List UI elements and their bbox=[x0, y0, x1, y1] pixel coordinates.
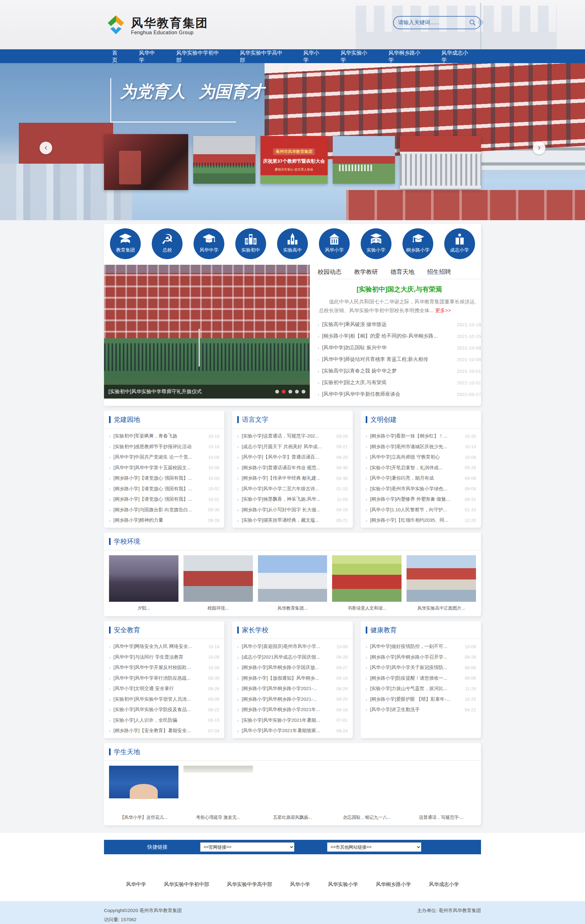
environment-photo-item[interactable]: 夕阳... bbox=[109, 555, 178, 611]
news-list-item[interactable]: ›[桐乡路小学]风华桐乡路小学国庆放...09-27 bbox=[237, 662, 347, 673]
news-list-item[interactable]: › [实验高中]乘风破浪 撷华致远 2021-10-18 bbox=[317, 319, 481, 330]
carousel-dot[interactable] bbox=[275, 390, 279, 394]
news-list-item[interactable]: ›[桐乡路小学]精神的力量09-28 bbox=[109, 515, 219, 526]
news-list-item[interactable]: ›[实验初中]军姿飒爽，青春飞扬10-10 bbox=[109, 431, 219, 442]
news-list-item[interactable]: ›[风华中学]风华中学第十五届校园文...10-08 bbox=[109, 463, 219, 473]
news-list-item[interactable]: ›[风华中学]网络安全为人民 网络安全...10-14 bbox=[109, 641, 219, 652]
nav-item[interactable]: 风华实验小学 bbox=[332, 50, 380, 64]
news-list-item[interactable]: ›[风华中学]风华中学开展反对校园欺...10-09 bbox=[109, 662, 219, 673]
school-icon-link[interactable]: 成志小学 bbox=[439, 228, 480, 259]
news-photo-carousel[interactable]: [实验初中]风华实验中学尊师守礼升旗仪式 bbox=[104, 265, 310, 399]
news-list-item[interactable]: ›[桐乡路小学]风华桐乡路小学2021-...08-25 bbox=[237, 694, 347, 705]
student-photo-item[interactable]: 说普通话，写规范字-... bbox=[407, 766, 476, 820]
banner-thumb-ceremony[interactable] bbox=[104, 134, 188, 190]
news-list-item[interactable]: ›[成志小学]2021风华成志小学国庆假...09-28 bbox=[237, 652, 347, 663]
more-link[interactable]: 更多>> bbox=[435, 308, 451, 313]
other-sites-select[interactable]: ==市其他网站链接== bbox=[327, 842, 421, 852]
news-list-item[interactable]: ›[风华中学]做好疫情防控，一刻不可...10-09 bbox=[366, 641, 476, 652]
news-list-item[interactable]: ›[桐乡路小学]风华桐乡路小学2021-...08-26 bbox=[237, 683, 347, 694]
news-list-item[interactable]: ›[风华中学]风华中学举行消防应急疏...09-30 bbox=[109, 673, 219, 684]
news-list-item[interactable]: › [实验高中]以青春之我 扬中华之梦 2021-10-01 bbox=[317, 365, 481, 377]
footer-school-link[interactable]: 风华实验中学高中部 bbox=[227, 881, 272, 888]
news-tab[interactable]: 校园动态 bbox=[317, 268, 342, 276]
environment-photo-item[interactable]: 风华实验高中正面图片... bbox=[407, 555, 476, 611]
carousel-dot[interactable] bbox=[302, 390, 306, 394]
nav-item[interactable]: 风华小学 bbox=[295, 50, 332, 64]
school-icon-link[interactable]: ☭ 总校 bbox=[146, 228, 188, 259]
carousel-dot-active[interactable] bbox=[282, 390, 286, 394]
footer-school-link[interactable]: 风华实验中学初中部 bbox=[164, 881, 209, 888]
footer-school-link[interactable]: 风华实验小学 bbox=[328, 881, 358, 888]
school-icon-link[interactable]: 教育集团 bbox=[105, 228, 146, 259]
news-list-item[interactable]: ›[实验初中]风华实验中学宿管人员消...09-08 bbox=[109, 694, 219, 705]
news-list-item[interactable]: ›[实验小学]说普通话，写规范字-202...09-28 bbox=[237, 431, 347, 442]
site-logo[interactable]: 风华教育集团 Fenghua Education Group bbox=[104, 13, 208, 39]
environment-photo-item[interactable]: 风华教育集团... bbox=[258, 555, 327, 611]
banner-thumb-assembly[interactable] bbox=[193, 136, 255, 184]
news-list-item[interactable]: ›[风华小学]讲卫生勤洗手04-21 bbox=[366, 705, 476, 715]
news-list-item[interactable]: ›[风华小学]【风华小学】普通话诵百...09-20 bbox=[237, 452, 347, 463]
news-list-item[interactable]: ›[风华小学]1.10人民警察节，向守护...01-10 bbox=[366, 505, 476, 515]
student-photo-item[interactable]: 五星红旗迎风飘扬... bbox=[258, 766, 327, 820]
banner-thumb-campus-field[interactable] bbox=[333, 136, 395, 184]
carousel-dot[interactable] bbox=[288, 390, 292, 394]
news-list-item[interactable]: ›[桐乡路小学]普通话诵百年伟业 规范...08-30 bbox=[237, 463, 347, 473]
search-box[interactable] bbox=[393, 16, 481, 29]
news-list-item[interactable]: ›[桐乡路小学]【安全教育】暑期安全...07-04 bbox=[109, 726, 219, 736]
search-input[interactable] bbox=[398, 20, 469, 26]
nav-item[interactable]: 风华桐乡路小学 bbox=[380, 50, 433, 64]
news-list-item[interactable]: ›[桐乡路小学]爱眼护眼 【睛】彩童年-...10-25 bbox=[366, 694, 476, 705]
school-icon-link[interactable]: 实验初中 bbox=[230, 228, 272, 259]
news-list-item[interactable]: ›[风华小学]文明交通 安全童行09-26 bbox=[109, 683, 219, 694]
news-list-item[interactable]: ›[成志小学]月圆天下 共画美好 风华成...09-21 bbox=[237, 442, 347, 452]
news-list-item[interactable]: ›[实验小学]翰墨飘香，神采飞扬;风华...11-09 bbox=[237, 494, 347, 505]
news-list-item[interactable]: ›[实验初中]感恩教师节手抄报评比活动10-10 bbox=[109, 442, 219, 452]
school-icon-link[interactable]: 桐乡路小学 bbox=[397, 228, 439, 259]
news-list-item[interactable]: ›[风华小学]暑你闪亮，期月有成09-09 bbox=[366, 473, 476, 483]
carousel-dot[interactable] bbox=[295, 390, 299, 394]
news-list-item[interactable]: ›[桐乡路小学]从小写好中国字 长大做...08-19 bbox=[237, 505, 347, 515]
school-icon-link[interactable]: 风华小学 bbox=[313, 228, 355, 259]
news-list-item[interactable]: ›[桐乡路小学]【传承中华经典 献礼建...04-30 bbox=[237, 473, 347, 483]
news-list-item[interactable]: ›[桐乡路小学]【请党放心 强国有我】...10-01 bbox=[109, 494, 219, 505]
school-icon-link[interactable]: 实验小学 bbox=[355, 228, 397, 259]
news-tab[interactable]: 招生招聘 bbox=[427, 268, 451, 276]
news-list-item[interactable]: ›[桐乡路小学]【放假通知】风华桐乡...09-18 bbox=[237, 673, 347, 684]
news-list-item[interactable]: ›[风华小学]风华小学关于新冠疫情防...08-08 bbox=[366, 662, 476, 673]
news-list-item[interactable]: ›[风华中学]与法同行 学生普法教育10-09 bbox=[109, 652, 219, 663]
news-list-item[interactable]: ›[风华小学]风华小学二至六年级古诗...01-10 bbox=[237, 483, 347, 494]
nav-item[interactable]: 风华中学 bbox=[131, 50, 168, 64]
nav-item[interactable]: 风华实验中学高中部 bbox=[231, 50, 295, 64]
footer-school-link[interactable]: 风华桐乡路小学 bbox=[376, 881, 411, 888]
news-list-item[interactable]: ›[桐乡路小学]内塑修养 外塑形象 做魅...08-31 bbox=[366, 494, 476, 505]
news-list-item[interactable]: ›[桐乡路小学]【请党放心 强国有我】...10-02 bbox=[109, 483, 219, 494]
student-photo-item[interactable]: 考前心理疏导 激发无... bbox=[183, 766, 253, 820]
student-photo-item[interactable]: 【风华小学】这些花儿... bbox=[109, 766, 178, 820]
news-list-item[interactable]: › [风华中学]勿忘国耻 振兴中华 2021-10-08 bbox=[317, 342, 481, 354]
news-list-item[interactable]: ›[实验小学]亳州市风华实验小学绿色...09-08 bbox=[366, 483, 476, 494]
news-list-item[interactable]: ›[桐乡路小学]看那一抹【桐乡红】！...10-20 bbox=[366, 431, 476, 442]
news-list-item[interactable]: ›[实验小学]撷英拾萃诵经典，藏文蕴...05-21 bbox=[237, 515, 347, 526]
search-icon[interactable] bbox=[469, 19, 476, 26]
banner-thumb-teachers-day-poster[interactable]: 亳州市风华教育集团 庆祝第37个教师节暨表彰大会 赓续百年初心 担当育人使命 bbox=[261, 136, 328, 184]
news-list-item[interactable]: ›[风华小学]喜迎国庆|亳州市风华小学...10-08 bbox=[237, 641, 347, 652]
news-list-item[interactable]: ›[风华中学]立高尚师德 守教育初心10-09 bbox=[366, 452, 476, 463]
official-links-select[interactable]: ==官网链接== bbox=[200, 842, 294, 852]
student-photo-item[interactable]: 勿忘国耻，铭记九一八... bbox=[332, 766, 402, 820]
news-list-item[interactable]: ›[桐乡路小学]防疫提醒！请您接收一...08-06 bbox=[366, 673, 476, 684]
news-list-item[interactable]: › [风华中学]师徒结对共育桃李 青蓝工程;薪火相传 2021-10-08 bbox=[317, 354, 481, 365]
footer-school-link[interactable]: 风华成志小学 bbox=[429, 881, 459, 888]
environment-photo-item[interactable]: 校园环境... bbox=[183, 555, 253, 611]
news-list-item[interactable]: › [桐乡路小学]相【桐】的爱 给不同的你-风华桐乡路... 2021-10-1… bbox=[317, 330, 481, 342]
footer-school-link[interactable]: 风华中学 bbox=[126, 881, 146, 888]
news-list-item[interactable]: ›[桐乡路小学]风华桐乡路小学2021年...08-16 bbox=[237, 705, 347, 715]
news-list-item[interactable]: ›[桐乡路小学]亳州市谯城区庆祝少先...10-14 bbox=[366, 442, 476, 452]
banner-thumb-students-salute[interactable] bbox=[400, 136, 481, 189]
nav-item[interactable]: 首页 bbox=[104, 50, 131, 64]
school-icon-link[interactable]: 风华中学 bbox=[188, 228, 230, 259]
news-list-item[interactable]: ›[桐乡路小学]【请党放心 强国有我】...10-03 bbox=[109, 473, 219, 483]
carousel-prev-button[interactable]: ‹ bbox=[40, 142, 52, 154]
news-tab[interactable]: 教学教研 bbox=[354, 268, 378, 276]
news-list-item[interactable]: ›[桐乡路小学]与国旗合影 向党旗告白...09-30 bbox=[109, 505, 219, 515]
news-list-item[interactable]: ›[实验小学]人人识诈，全民防骗08-15 bbox=[109, 715, 219, 726]
